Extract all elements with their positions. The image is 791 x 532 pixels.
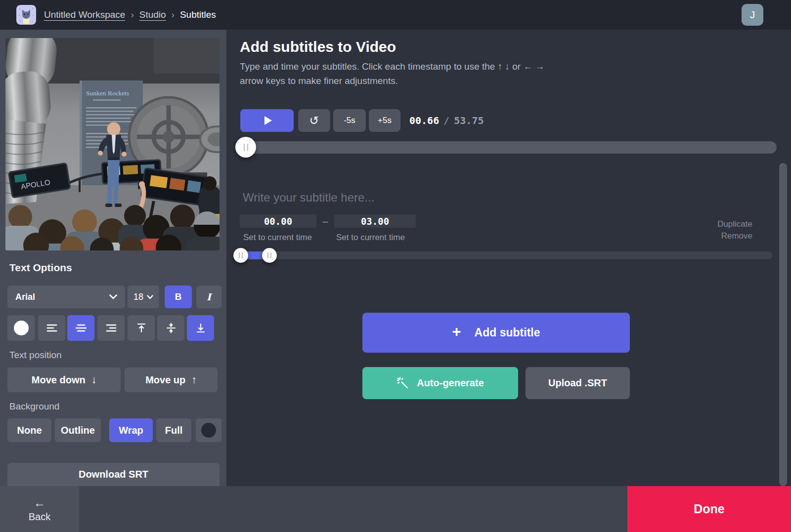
time-range-dash: – (318, 214, 332, 228)
top-bar: Untitled Workspace › Studio › Subtitles … (0, 0, 791, 30)
bottom-bar: ← Back Done (0, 486, 791, 532)
cat-logo-icon (16, 5, 36, 25)
done-button[interactable]: Done (627, 486, 791, 532)
arrow-up-icon: ↑ (191, 374, 197, 386)
subtitle-text-input[interactable]: Write your subtitle here... (243, 191, 374, 205)
font-family-value: Arial (15, 292, 35, 302)
back-button[interactable]: ← Back (0, 486, 79, 532)
current-time: 00.66 (409, 115, 439, 126)
seek-slider-handle[interactable] (235, 137, 256, 158)
set-start-to-current-link[interactable]: Set to current time (243, 233, 312, 243)
breadcrumb-link-studio[interactable]: Studio (139, 9, 166, 20)
range-start-handle[interactable] (233, 248, 248, 263)
background-full-button[interactable]: Full (156, 418, 191, 442)
align-right-icon (105, 323, 117, 333)
play-icon (264, 116, 272, 125)
play-button[interactable] (240, 109, 294, 132)
seek-slider-track[interactable] (240, 141, 777, 154)
breadcrumb-link-workspace[interactable]: Untitled Workspace (44, 9, 125, 20)
back-arrow-icon: ← (34, 496, 45, 510)
video-preview[interactable]: Sunken Rockets (5, 38, 220, 250)
move-up-button[interactable]: Move up ↑ (125, 368, 218, 392)
align-right-button[interactable] (97, 315, 125, 341)
vertical-align-top-button[interactable] (128, 315, 155, 341)
grip-icon (239, 252, 243, 258)
kapwing-cat-logo-icon[interactable] (16, 5, 36, 25)
vertical-align-bottom-button[interactable] (187, 315, 214, 341)
remove-link[interactable]: Remove (717, 230, 752, 242)
bold-button[interactable]: B (165, 286, 192, 308)
end-time-input[interactable]: 03.00 (334, 214, 416, 228)
page-title: Add subtitles to Video (240, 39, 396, 55)
text-color-button[interactable] (7, 315, 35, 341)
font-size-value: 18 (133, 292, 143, 302)
text-options-title: Text Options (9, 262, 72, 274)
start-time-input[interactable]: 00.00 (240, 214, 316, 228)
forward-5s-button[interactable]: +5s (369, 109, 400, 132)
description-line-1: Type and time your subtitles. Click each… (240, 61, 545, 72)
background-color-button[interactable] (196, 418, 221, 442)
subtitle-row-actions: Duplicate Remove (717, 218, 752, 242)
align-left-icon (46, 323, 58, 333)
align-center-button[interactable] (67, 315, 94, 341)
time-separator: / (443, 115, 449, 126)
background-wrap-button[interactable]: Wrap (109, 418, 153, 442)
user-avatar[interactable]: J (742, 4, 763, 26)
main-area: Add subtitles to Video Type and time you… (226, 30, 791, 532)
description-line-2: arrow keys to make finer adjustments. (240, 76, 398, 86)
magic-wand-icon (396, 377, 409, 390)
svg-text:Sunken Rockets: Sunken Rockets (86, 89, 129, 97)
text-position-label: Text position (9, 350, 62, 361)
set-end-to-current-link[interactable]: Set to current time (336, 233, 405, 243)
move-down-button[interactable]: Move down ↓ (7, 368, 121, 392)
vertical-align-top-icon (135, 323, 147, 333)
vertical-align-bottom-icon (195, 323, 207, 333)
move-down-label: Move down (32, 374, 86, 386)
breadcrumb-separator: › (131, 9, 133, 20)
background-none-button[interactable]: None (7, 418, 51, 442)
arrow-down-icon: ↓ (91, 374, 97, 386)
upload-srt-button[interactable]: Upload .SRT (526, 367, 630, 399)
font-family-select[interactable]: Arial (7, 286, 125, 308)
video-frame-art: Sunken Rockets (5, 38, 220, 250)
align-center-icon (75, 323, 87, 333)
move-up-label: Move up (145, 374, 185, 386)
font-size-select[interactable]: 18 (128, 286, 159, 308)
grip-icon (267, 252, 271, 258)
total-time: 53.75 (454, 115, 483, 126)
text-color-swatch-icon (14, 321, 29, 335)
breadcrumb-separator: › (172, 9, 175, 20)
breadcrumb-current-page: Subtitles (180, 9, 216, 20)
align-left-button[interactable] (38, 315, 65, 341)
background-outline-button[interactable]: Outline (55, 418, 101, 442)
chevron-down-icon (109, 294, 117, 299)
app-window: Untitled Workspace › Studio › Subtitles … (0, 0, 791, 532)
add-subtitle-label: Add subtitle (475, 326, 540, 339)
range-end-handle[interactable] (262, 248, 277, 263)
italic-button[interactable]: I (196, 286, 221, 308)
back-label: Back (29, 511, 50, 523)
rewind-5s-button[interactable]: -5s (333, 109, 366, 132)
vertical-align-middle-icon (165, 323, 177, 333)
auto-generate-button[interactable]: Auto-generate (362, 367, 518, 399)
chevron-down-icon (147, 295, 153, 299)
vertical-align-middle-button[interactable] (157, 315, 184, 341)
grip-icon (244, 144, 248, 151)
breadcrumb: Untitled Workspace › Studio › Subtitles (44, 0, 216, 30)
auto-generate-label: Auto-generate (417, 377, 484, 389)
background-label: Background (9, 401, 59, 412)
left-panel: Sunken Rockets (0, 30, 226, 532)
time-display: 00.66 / 53.75 (409, 109, 483, 132)
duplicate-link[interactable]: Duplicate (717, 218, 752, 230)
page-description: Type and time your subtitles. Click each… (240, 59, 545, 88)
restart-icon: ↺ (309, 114, 319, 127)
plus-icon: + (452, 323, 461, 341)
restart-button[interactable]: ↺ (298, 109, 330, 132)
subtitle-range-track[interactable] (235, 251, 772, 259)
add-subtitle-button[interactable]: + Add subtitle (362, 313, 630, 353)
scrollbar-thumb[interactable] (779, 163, 787, 486)
background-color-swatch-icon (201, 423, 216, 438)
